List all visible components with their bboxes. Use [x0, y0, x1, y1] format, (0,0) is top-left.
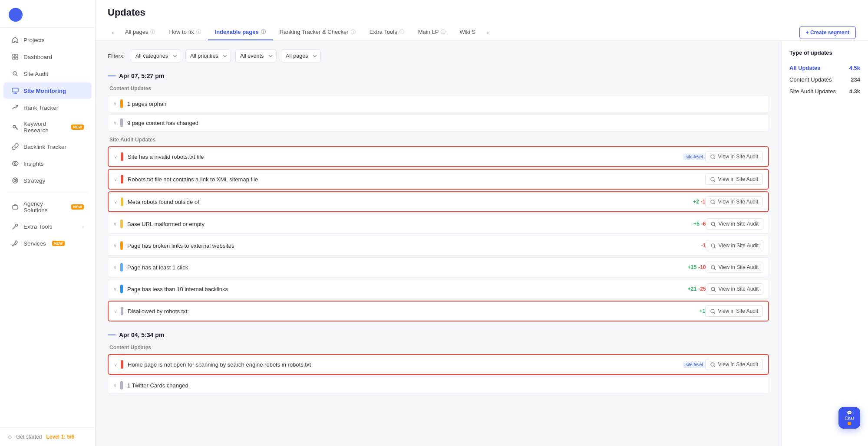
row-text: Disallowed by robots.txt:	[128, 308, 697, 315]
home-icon	[11, 36, 19, 44]
view-in-site-audit-button[interactable]: View in Site Audit	[705, 151, 763, 162]
change-plus: +5	[693, 221, 700, 227]
severity-indicator	[121, 175, 123, 184]
row-text: Robots.txt file not contains a link to X…	[128, 176, 705, 183]
row-text: Home page is not open for scanning by se…	[128, 361, 680, 368]
view-in-site-audit-button[interactable]: View in Site Audit	[706, 240, 763, 251]
change-plus: +15	[688, 264, 696, 270]
type-item-content-updates[interactable]: Content Updates 234	[789, 74, 860, 85]
table-row[interactable]: ∨ Base URL malformed or empty +5-6 View …	[108, 214, 769, 234]
chevron-icon[interactable]: ∨	[114, 308, 117, 314]
severity-indicator	[120, 220, 123, 228]
chat-button[interactable]: 💬 Chat	[838, 407, 860, 429]
view-in-site-audit-button[interactable]: View in Site Audit	[706, 218, 763, 230]
create-segment-button[interactable]: + Create segment	[799, 26, 856, 39]
date-section: — Apr 04, 5:34 pmContent Updates ∨ Home …	[108, 330, 769, 394]
filter-categories[interactable]: All categories	[131, 49, 181, 62]
sidebar-item-backlink-tracker[interactable]: Backlink Tracker	[3, 138, 92, 155]
wrench-icon	[11, 239, 19, 247]
table-row[interactable]: ∨ 1 Twitter Cards changed	[108, 377, 769, 394]
view-in-site-audit-button[interactable]: View in Site Audit	[706, 283, 763, 295]
tab-ranking-tracker[interactable]: Ranking Tracker & Checker ⓘ	[273, 24, 363, 40]
tab-label: Wiki S	[459, 29, 475, 35]
chevron-icon[interactable]: ∨	[113, 101, 117, 107]
chevron-icon[interactable]: ∨	[113, 243, 117, 249]
sidebar-item-site-audit[interactable]: Site Audit	[3, 66, 92, 82]
tab-wiki-s[interactable]: Wiki S	[452, 24, 482, 40]
sidebar-item-services[interactable]: Services NEW	[3, 235, 92, 252]
chevron-icon[interactable]: ∨	[113, 383, 117, 388]
info-icon: ⓘ	[196, 29, 201, 35]
eye-icon	[11, 160, 19, 167]
filter-events[interactable]: All events	[235, 49, 277, 62]
view-in-site-audit-button[interactable]: View in Site Audit	[705, 359, 763, 370]
tab-extra-tools[interactable]: Extra Tools ⓘ	[363, 24, 411, 40]
chevron-icon[interactable]: ∨	[114, 362, 117, 367]
sidebar-item-rank-tracker[interactable]: Rank Tracker	[3, 99, 92, 116]
target-icon	[11, 177, 19, 184]
content-main: Filters: All categoriesAll prioritiesAll…	[96, 41, 781, 446]
table-row[interactable]: ∨ Page has less than 10 internal backlin…	[108, 279, 769, 299]
view-in-site-audit-button[interactable]: View in Site Audit	[705, 196, 763, 207]
tab-label: Ranking Tracker & Checker	[280, 29, 349, 35]
search-icon	[11, 70, 19, 78]
table-row[interactable]: ∨ Robots.txt file not contains a link to…	[108, 169, 769, 190]
tab-main-lp[interactable]: Main LP ⓘ	[411, 24, 453, 40]
chevron-icon[interactable]: ∨	[113, 221, 117, 227]
sidebar-item-projects[interactable]: Projects	[3, 32, 92, 48]
right-panel-title: Type of updates	[789, 49, 860, 56]
svg-point-12	[16, 224, 18, 226]
table-row[interactable]: ∨ 1 pages orphan	[108, 95, 769, 112]
view-in-site-audit-button[interactable]: View in Site Audit	[706, 262, 763, 273]
sidebar-item-label: Insights	[23, 161, 44, 167]
chevron-icon[interactable]: ∨	[114, 199, 117, 205]
chevron-icon[interactable]: ∨	[113, 120, 117, 126]
page-title: Updates	[108, 7, 856, 18]
chevron-icon[interactable]: ∨	[113, 286, 117, 292]
sidebar-item-strategy[interactable]: Strategy	[3, 172, 92, 189]
filter-pages[interactable]: All pages	[281, 49, 321, 62]
table-row[interactable]: ∨ Meta robots found outside of +2-1 View…	[108, 191, 769, 212]
view-in-site-audit-button[interactable]: View in Site Audit	[705, 305, 763, 317]
monitor-icon	[11, 87, 19, 95]
type-count: 234	[851, 76, 860, 83]
update-group: Site Audit Updates ∨ Site has a invalid …	[108, 137, 769, 321]
sidebar-item-label: Keyword Research	[23, 121, 65, 134]
tab-next-button[interactable]: ›	[482, 27, 493, 38]
tab-label: Indexable pages	[215, 29, 259, 35]
tab-prev-button[interactable]: ‹	[108, 27, 118, 38]
table-row[interactable]: ∨ 9 page content has changed	[108, 114, 769, 131]
info-icon: ⓘ	[351, 29, 356, 35]
table-row[interactable]: ∨ Site has a invalid robots.txt file sit…	[108, 146, 769, 167]
table-row[interactable]: ∨ Disallowed by robots.txt: +1 View in S…	[108, 301, 769, 321]
table-row[interactable]: ∨ Page has at least 1 click +15-10 View …	[108, 257, 769, 277]
sidebar-item-insights[interactable]: Insights	[3, 155, 92, 172]
sidebar-item-agency-solutions[interactable]: Agency Solutions NEW	[3, 196, 92, 218]
tab-how-to-fix[interactable]: How to fix ⓘ	[162, 24, 208, 40]
filters-label: Filters:	[108, 53, 125, 59]
sidebar-item-label: Projects	[23, 37, 45, 43]
sidebar-item-site-monitoring[interactable]: Site Monitoring	[3, 82, 92, 99]
view-in-site-audit-button[interactable]: View in Site Audit	[705, 174, 763, 185]
tab-all-pages[interactable]: All pages ⓘ	[118, 24, 162, 40]
sidebar-item-keyword-research[interactable]: Keyword Research NEW	[3, 116, 92, 138]
type-label: All Updates	[789, 65, 821, 71]
page-header: Updates ‹ All pages ⓘHow to fix ⓘIndexab…	[96, 0, 868, 41]
type-item-all-updates[interactable]: All Updates 4.5k	[789, 62, 860, 74]
tab-indexable-pages[interactable]: Indexable pages ⓘ	[208, 24, 273, 40]
date-header: — Apr 07, 5:27 pm	[108, 71, 769, 80]
tab-label: All pages	[125, 29, 148, 35]
sidebar-item-extra-tools[interactable]: Extra Tools ›	[3, 218, 92, 235]
type-item-site-audit-updates[interactable]: Site Audit Updates 4.3k	[789, 85, 860, 97]
new-badge: NEW	[71, 125, 84, 130]
chevron-icon[interactable]: ∨	[114, 154, 117, 160]
chevron-icon[interactable]: ∨	[113, 265, 117, 270]
sidebar: Projects Dashboard Site Audit Site Monit…	[0, 0, 96, 446]
filter-priorities[interactable]: All priorities	[185, 49, 231, 62]
table-row[interactable]: ∨ Home page is not open for scanning by …	[108, 354, 769, 375]
date-section: — Apr 07, 5:27 pmContent Updates ∨ 1 pag…	[108, 71, 769, 321]
row-text: Page has less than 10 internal backlinks	[127, 286, 685, 292]
chevron-icon[interactable]: ∨	[114, 177, 117, 182]
sidebar-item-dashboard[interactable]: Dashboard	[3, 49, 92, 65]
table-row[interactable]: ∨ Page has broken links to external webs…	[108, 236, 769, 256]
